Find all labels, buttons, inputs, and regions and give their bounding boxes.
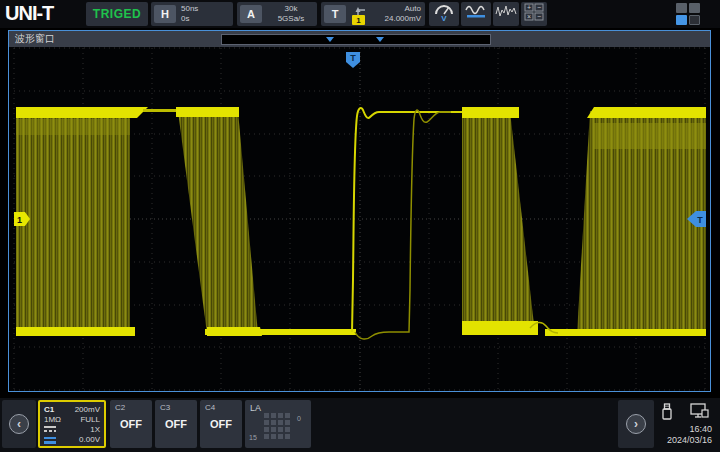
channel4-label: C4 xyxy=(205,403,237,412)
svg-text:+: + xyxy=(527,4,531,11)
dvm-button[interactable]: V xyxy=(429,2,459,26)
sine-wave-icon xyxy=(464,2,488,26)
record-preview-bar[interactable] xyxy=(221,34,491,45)
la-label: LA xyxy=(250,403,261,413)
channel1-probe: 1X xyxy=(90,425,100,434)
channel1-bandwidth: FULL xyxy=(80,415,100,424)
chevron-right-icon: › xyxy=(626,414,646,434)
timebase-scale: 50ns xyxy=(181,4,198,14)
memory-depth: 30k xyxy=(271,4,311,14)
clock-date: 2024/03/16 xyxy=(667,435,712,445)
trigger-status-badge: TRIGED xyxy=(86,2,148,26)
acquire-settings-button[interactable]: A 30k 5GSa/s xyxy=(237,2,317,26)
layout-cell-icon xyxy=(676,3,687,13)
waveform-generator-button[interactable] xyxy=(461,2,491,26)
trigger-settings-button[interactable]: T 1 Auto 24.000mV xyxy=(321,2,425,26)
menu-expand-right-button[interactable]: › xyxy=(618,400,654,448)
trigger-mode: Auto xyxy=(385,4,421,14)
dc-coupling-icon xyxy=(44,426,56,432)
voltmeter-gauge-icon: V xyxy=(433,2,455,26)
svg-text:1: 1 xyxy=(17,215,22,225)
menu-collapse-left-button[interactable]: ‹ xyxy=(2,400,36,448)
la-last-channel: 15 xyxy=(249,434,257,441)
usb-drive-icon xyxy=(660,402,674,425)
chevron-left-icon: ‹ xyxy=(9,414,29,434)
layout-cell-active-icon xyxy=(676,15,687,25)
channel4-panel[interactable]: C4 OFF xyxy=(200,400,242,448)
svg-text:T: T xyxy=(697,215,703,225)
channel4-state: OFF xyxy=(205,418,237,430)
channel1-panel[interactable]: C1 200mV 1MΩ FULL 1X 0.00V xyxy=(38,400,106,448)
sample-rate: 5GSa/s xyxy=(271,14,311,24)
svg-text:−: − xyxy=(537,4,541,11)
ch1-waveform xyxy=(16,107,706,339)
waveform-display[interactable]: T 1 T xyxy=(9,45,710,391)
trigger-level: 24.000mV xyxy=(385,14,421,24)
la-channels-grid-icon xyxy=(264,413,290,439)
window-layout-button[interactable] xyxy=(676,3,702,25)
timebase-position: 0s xyxy=(181,14,198,24)
layout-cell-icon xyxy=(689,15,700,25)
acquire-key[interactable]: A xyxy=(240,5,262,23)
channel1-scale: 200mV xyxy=(75,405,100,414)
nav-marker-icon[interactable] xyxy=(326,37,334,42)
channel-color-bars-icon xyxy=(44,435,56,444)
svg-text:−: − xyxy=(537,13,541,20)
channel1-offset: 0.00V xyxy=(79,435,100,444)
horizontal-key[interactable]: H xyxy=(154,5,176,23)
channel1-label: C1 xyxy=(44,405,54,414)
trigger-source-badge: 1 xyxy=(352,15,365,25)
bottom-bar: ‹ C1 200mV 1MΩ FULL 1X 0.00V C2 OFF xyxy=(0,398,720,452)
oscilloscope-screen: UNI-T TRIGED H 50ns 0s A 30k 5GSa/s T xyxy=(0,0,720,452)
svg-text:×: × xyxy=(527,13,531,20)
channel3-state: OFF xyxy=(160,418,192,430)
math-button[interactable]: + − × − xyxy=(521,2,547,26)
horizontal-settings-button[interactable]: H 50ns 0s xyxy=(151,2,233,26)
waveform-window: 波形窗口 xyxy=(8,30,711,392)
top-bar: UNI-T TRIGED H 50ns 0s A 30k 5GSa/s T xyxy=(0,0,720,28)
remote-pc-icon xyxy=(690,403,710,425)
noise-waveform-icon xyxy=(495,3,517,25)
channel1-impedance: 1MΩ xyxy=(44,415,61,424)
logic-analyzer-panel[interactable]: LA 0 15 xyxy=(245,400,311,448)
channel2-panel[interactable]: C2 OFF xyxy=(110,400,152,448)
la-first-channel: 0 xyxy=(297,415,301,422)
channel3-label: C3 xyxy=(160,403,192,412)
nav-marker-icon[interactable] xyxy=(376,37,384,42)
trigger-key[interactable]: T xyxy=(324,5,346,23)
brand-logo: UNI-T xyxy=(5,2,53,25)
layout-cell-icon xyxy=(689,3,700,13)
svg-text:V: V xyxy=(441,14,447,22)
calculator-icon: + − × − xyxy=(524,2,544,26)
clock-time: 16:40 xyxy=(689,424,712,434)
channel2-state: OFF xyxy=(115,418,147,430)
channel2-label: C2 xyxy=(115,403,147,412)
trigger-position-marker[interactable]: T xyxy=(346,52,360,68)
channel3-panel[interactable]: C3 OFF xyxy=(155,400,197,448)
svg-text:T: T xyxy=(350,53,356,63)
activity-button[interactable] xyxy=(493,2,519,26)
